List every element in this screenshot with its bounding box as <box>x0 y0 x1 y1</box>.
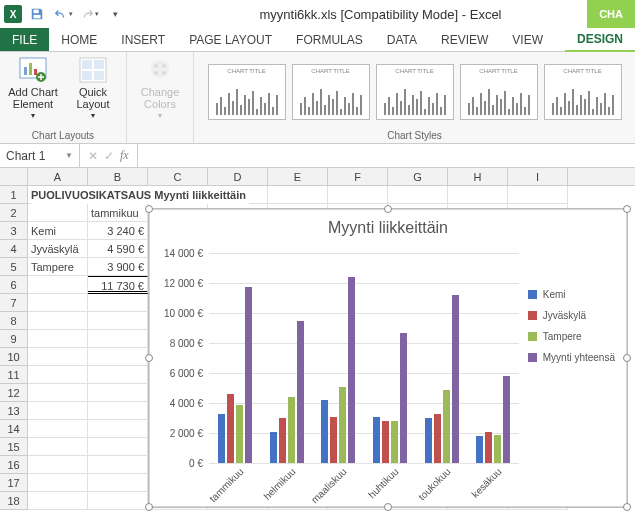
column-header[interactable]: D <box>208 168 268 185</box>
chart-bar[interactable] <box>279 418 286 463</box>
row-header[interactable]: 10 <box>0 348 28 366</box>
cell[interactable] <box>28 294 88 312</box>
row-header[interactable]: 11 <box>0 366 28 384</box>
resize-handle[interactable] <box>623 205 631 213</box>
cell[interactable] <box>28 366 88 384</box>
cell[interactable] <box>88 294 148 312</box>
cell[interactable]: tammikuu <box>88 204 148 222</box>
tab-formulas[interactable]: FORMULAS <box>284 28 375 51</box>
add-chart-element-button[interactable]: Add Chart Element ▾ <box>6 56 60 121</box>
cell[interactable] <box>268 186 328 204</box>
cell[interactable] <box>88 420 148 438</box>
cell[interactable]: PUOLIVUOSIKATSAUS Myynti liikkeittäin <box>28 186 88 204</box>
row-header[interactable]: 12 <box>0 384 28 402</box>
column-header[interactable]: B <box>88 168 148 185</box>
resize-handle[interactable] <box>384 503 392 511</box>
cell[interactable]: 4 590 € <box>88 240 148 258</box>
column-header[interactable]: E <box>268 168 328 185</box>
cell[interactable] <box>28 384 88 402</box>
chart-bar[interactable] <box>425 418 432 463</box>
cell[interactable] <box>88 456 148 474</box>
cell[interactable] <box>28 330 88 348</box>
chart-styles-gallery[interactable]: CHART TITLECHART TITLECHART TITLECHART T… <box>202 56 628 128</box>
chart-bar[interactable] <box>434 414 441 464</box>
cell[interactable] <box>28 312 88 330</box>
resize-handle[interactable] <box>623 354 631 362</box>
cell[interactable] <box>88 366 148 384</box>
chart-bar[interactable] <box>236 405 243 464</box>
embedded-chart[interactable]: Myynti liikkeittäin 0 €2 000 €4 000 €6 0… <box>148 208 628 508</box>
chart-bar[interactable] <box>452 295 459 463</box>
cell[interactable] <box>28 402 88 420</box>
cell[interactable] <box>28 474 88 492</box>
cell[interactable] <box>28 276 88 294</box>
chart-style-thumb[interactable]: CHART TITLE <box>208 64 286 120</box>
chart-title[interactable]: Myynti liikkeittäin <box>149 209 627 243</box>
cell[interactable] <box>388 186 448 204</box>
row-header[interactable]: 7 <box>0 294 28 312</box>
tab-design[interactable]: DESIGN <box>565 28 635 52</box>
chart-bar[interactable] <box>339 387 346 464</box>
tab-insert[interactable]: INSERT <box>109 28 177 51</box>
row-header[interactable]: 18 <box>0 492 28 510</box>
name-box[interactable]: Chart 1 ▼ <box>0 144 80 167</box>
cell[interactable] <box>28 456 88 474</box>
row-header[interactable]: 14 <box>0 420 28 438</box>
tab-review[interactable]: REVIEW <box>429 28 500 51</box>
cell[interactable] <box>28 204 88 222</box>
chart-style-thumb[interactable]: CHART TITLE <box>544 64 622 120</box>
column-header[interactable]: G <box>388 168 448 185</box>
cell[interactable] <box>28 492 88 510</box>
cell[interactable] <box>508 186 568 204</box>
chart-bar[interactable] <box>218 414 225 463</box>
save-button[interactable] <box>26 3 48 25</box>
select-all-corner[interactable] <box>0 168 28 185</box>
row-header[interactable]: 6 <box>0 276 28 294</box>
cell[interactable] <box>28 438 88 456</box>
column-header[interactable]: A <box>28 168 88 185</box>
cell[interactable]: 3 240 € <box>88 222 148 240</box>
cell[interactable] <box>28 348 88 366</box>
column-header[interactable]: F <box>328 168 388 185</box>
legend-item[interactable]: Kemi <box>528 289 615 300</box>
chart-bar[interactable] <box>297 321 304 464</box>
cell[interactable] <box>88 384 148 402</box>
chart-bar[interactable] <box>382 421 389 463</box>
chart-bar[interactable] <box>503 376 510 463</box>
chart-bar[interactable] <box>373 417 380 464</box>
row-header[interactable]: 5 <box>0 258 28 276</box>
cell[interactable]: Jyväskylä <box>28 240 88 258</box>
cell[interactable] <box>88 330 148 348</box>
cell[interactable]: Tampere <box>28 258 88 276</box>
chart-bar[interactable] <box>245 287 252 463</box>
tab-page-layout[interactable]: PAGE LAYOUT <box>177 28 284 51</box>
fx-icon[interactable]: fx <box>120 148 129 163</box>
chart-bar[interactable] <box>391 421 398 463</box>
row-header[interactable]: 13 <box>0 402 28 420</box>
chart-bar[interactable] <box>485 432 492 464</box>
row-header[interactable]: 2 <box>0 204 28 222</box>
legend-item[interactable]: Myynti yhteensä <box>528 352 615 363</box>
resize-handle[interactable] <box>145 503 153 511</box>
chart-bar[interactable] <box>227 394 234 463</box>
redo-button[interactable]: ▾ <box>78 3 100 25</box>
chart-style-thumb[interactable]: CHART TITLE <box>376 64 454 120</box>
chart-bar[interactable] <box>348 277 355 463</box>
row-header[interactable]: 8 <box>0 312 28 330</box>
tab-file[interactable]: FILE <box>0 28 49 51</box>
column-header[interactable]: I <box>508 168 568 185</box>
chart-bar[interactable] <box>400 333 407 464</box>
cell[interactable] <box>88 402 148 420</box>
chart-bar[interactable] <box>443 390 450 464</box>
cell[interactable] <box>88 348 148 366</box>
legend-item[interactable]: Tampere <box>528 331 615 342</box>
chart-bar[interactable] <box>494 435 501 464</box>
row-header[interactable]: 17 <box>0 474 28 492</box>
row-header[interactable]: 15 <box>0 438 28 456</box>
cell[interactable]: Kemi <box>28 222 88 240</box>
resize-handle[interactable] <box>384 205 392 213</box>
row-header[interactable]: 3 <box>0 222 28 240</box>
cell[interactable] <box>88 492 148 510</box>
row-header[interactable]: 16 <box>0 456 28 474</box>
column-header[interactable]: H <box>448 168 508 185</box>
